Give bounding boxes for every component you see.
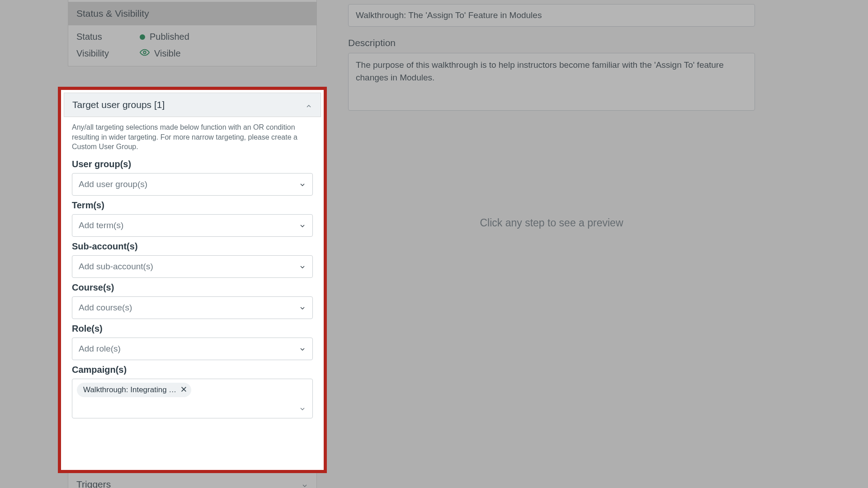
user-groups-select[interactable]: Add user group(s)	[72, 173, 313, 196]
visibility-label: Visibility	[76, 48, 140, 59]
user-groups-placeholder: Add user group(s)	[79, 179, 147, 189]
courses-placeholder: Add course(s)	[79, 303, 132, 313]
triggers-label: Triggers	[76, 479, 111, 488]
user-groups-label: User group(s)	[72, 159, 313, 169]
chevron-up-icon	[305, 101, 312, 108]
campaign-chip[interactable]: Walkthrough: Integrating …	[77, 383, 191, 397]
preview-hint: Click any step to see a preview	[348, 217, 755, 229]
roles-select[interactable]: Add role(s)	[72, 338, 313, 360]
chevron-down-icon	[299, 304, 306, 311]
campaigns-label: Campaign(s)	[72, 365, 313, 375]
terms-select[interactable]: Add term(s)	[72, 214, 313, 237]
status-dot-icon	[140, 34, 145, 40]
chevron-down-icon	[299, 181, 306, 188]
terms-placeholder: Add term(s)	[79, 221, 123, 230]
walkthrough-title-input[interactable]	[348, 4, 755, 27]
courses-select[interactable]: Add course(s)	[72, 296, 313, 319]
campaigns-select[interactable]: Walkthrough: Integrating …	[72, 379, 313, 418]
chevron-down-icon	[301, 481, 308, 488]
description-textarea[interactable]	[348, 53, 755, 111]
chevron-down-icon	[299, 345, 306, 352]
chevron-down-icon	[299, 263, 306, 270]
roles-label: Role(s)	[72, 324, 313, 334]
visibility-eye-icon	[140, 47, 150, 60]
description-label: Description	[348, 38, 755, 48]
status-label: Status	[76, 32, 140, 42]
visibility-row: Visibility Visible	[68, 45, 316, 66]
courses-label: Course(s)	[72, 282, 313, 293]
triggers-section[interactable]: Triggers	[68, 473, 317, 488]
visibility-value: Visible	[154, 48, 181, 59]
status-value: Published	[150, 32, 189, 42]
target-user-groups-highlight: Target user groups [1] Any/all targeting…	[58, 87, 327, 473]
close-icon[interactable]	[181, 385, 187, 394]
sidebar-panel: Status & Visibility Status Published Vis…	[68, 0, 317, 66]
chevron-down-icon	[299, 222, 306, 229]
campaign-chip-label: Walkthrough: Integrating …	[83, 385, 176, 394]
terms-label: Term(s)	[72, 200, 313, 211]
sub-accounts-placeholder: Add sub-account(s)	[79, 262, 153, 272]
svg-point-0	[143, 51, 146, 54]
status-row: Status Published	[68, 25, 316, 45]
target-user-groups-header[interactable]: Target user groups [1]	[64, 93, 321, 117]
targeting-helper-text: Any/all targeting selections made below …	[64, 117, 321, 155]
status-visibility-header: Status & Visibility	[68, 2, 316, 25]
chevron-down-icon	[299, 405, 306, 413]
target-user-groups-title: Target user groups [1]	[72, 99, 165, 110]
sub-accounts-select[interactable]: Add sub-account(s)	[72, 255, 313, 278]
sub-accounts-label: Sub-account(s)	[72, 241, 313, 252]
roles-placeholder: Add role(s)	[79, 344, 121, 354]
